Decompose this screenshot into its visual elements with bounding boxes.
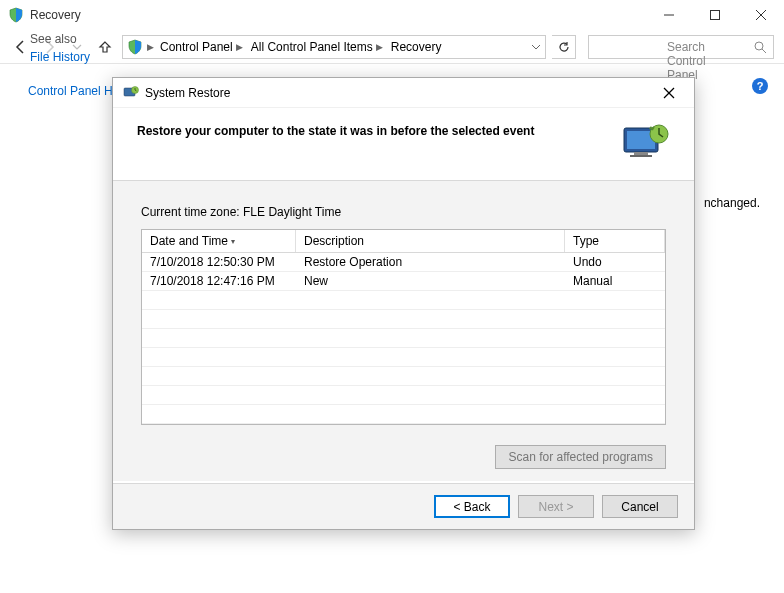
breadcrumb-item[interactable]: Control Panel▶ bbox=[158, 40, 245, 54]
chevron-right-icon[interactable]: ▶ bbox=[147, 42, 154, 52]
column-header-type[interactable]: Type bbox=[565, 230, 665, 252]
refresh-button[interactable] bbox=[552, 35, 576, 59]
window-titlebar: Recovery bbox=[0, 0, 784, 30]
breadcrumb-item[interactable]: Recovery bbox=[389, 40, 444, 54]
table-header-row: Date and Time▾ Description Type bbox=[142, 230, 665, 253]
cell-date: 7/10/2018 12:50:30 PM bbox=[142, 253, 296, 271]
maximize-button[interactable] bbox=[692, 0, 738, 30]
address-bar[interactable]: ▶ Control Panel▶ All Control Panel Items… bbox=[122, 35, 546, 59]
table-row[interactable]: 7/10/2018 12:47:16 PM New Manual bbox=[142, 272, 665, 291]
location-shield-icon bbox=[127, 39, 143, 55]
nav-toolbar: ▶ Control Panel▶ All Control Panel Items… bbox=[0, 30, 784, 64]
next-button[interactable]: Next > bbox=[518, 495, 594, 518]
table-row bbox=[142, 367, 665, 386]
search-input[interactable]: Search Control Panel bbox=[588, 35, 774, 59]
svg-rect-12 bbox=[634, 152, 648, 155]
see-also-heading: See also bbox=[30, 32, 77, 46]
svg-point-4 bbox=[755, 42, 763, 50]
svg-line-5 bbox=[762, 49, 766, 53]
column-header-description[interactable]: Description bbox=[296, 230, 565, 252]
up-arrow-icon[interactable] bbox=[94, 36, 116, 58]
dialog-footer: < Back Next > Cancel bbox=[113, 483, 694, 529]
cell-description: Restore Operation bbox=[296, 253, 565, 271]
cell-type: Manual bbox=[565, 272, 665, 290]
back-button[interactable]: < Back bbox=[434, 495, 510, 518]
back-arrow-icon[interactable] bbox=[10, 36, 32, 58]
window-controls bbox=[646, 0, 784, 30]
table-row bbox=[142, 405, 665, 424]
table-row[interactable]: 7/10/2018 12:50:30 PM Restore Operation … bbox=[142, 253, 665, 272]
cell-description: New bbox=[296, 272, 565, 290]
system-restore-dialog: System Restore Restore your computer to … bbox=[112, 77, 695, 530]
svg-rect-13 bbox=[630, 155, 652, 157]
dialog-header: Restore your computer to the state it wa… bbox=[113, 108, 694, 181]
minimize-button[interactable] bbox=[646, 0, 692, 30]
column-header-date[interactable]: Date and Time▾ bbox=[142, 230, 296, 252]
dialog-titlebar: System Restore bbox=[113, 78, 694, 108]
search-placeholder: Search Control Panel bbox=[667, 40, 681, 54]
recovery-shield-icon bbox=[8, 7, 24, 23]
timezone-label: Current time zone: FLE Daylight Time bbox=[141, 205, 666, 219]
obscured-text: nchanged. bbox=[704, 196, 760, 210]
dialog-close-button[interactable] bbox=[654, 81, 684, 105]
file-history-link[interactable]: File History bbox=[30, 50, 90, 64]
sort-descending-icon: ▾ bbox=[231, 237, 235, 246]
cell-date: 7/10/2018 12:47:16 PM bbox=[142, 272, 296, 290]
cell-type: Undo bbox=[565, 253, 665, 271]
breadcrumb-label: Control Panel bbox=[160, 40, 233, 54]
restore-points-table[interactable]: Date and Time▾ Description Type 7/10/201… bbox=[141, 229, 666, 425]
control-panel-home-link[interactable]: Control Panel H bbox=[28, 84, 113, 98]
table-row bbox=[142, 310, 665, 329]
close-button[interactable] bbox=[738, 0, 784, 30]
scan-affected-programs-button[interactable]: Scan for affected programs bbox=[495, 445, 666, 469]
chevron-right-icon[interactable]: ▶ bbox=[376, 42, 383, 52]
help-icon[interactable]: ? bbox=[752, 78, 768, 94]
chevron-down-icon[interactable] bbox=[531, 42, 541, 52]
breadcrumb-label: Recovery bbox=[391, 40, 442, 54]
chevron-right-icon[interactable]: ▶ bbox=[236, 42, 243, 52]
window-title: Recovery bbox=[30, 8, 646, 22]
table-row bbox=[142, 329, 665, 348]
table-row bbox=[142, 291, 665, 310]
dialog-body: Current time zone: FLE Daylight Time Dat… bbox=[113, 181, 694, 481]
breadcrumb-item[interactable]: All Control Panel Items▶ bbox=[249, 40, 385, 54]
system-restore-icon bbox=[123, 85, 139, 101]
breadcrumb-label: All Control Panel Items bbox=[251, 40, 373, 54]
table-row bbox=[142, 386, 665, 405]
cancel-button[interactable]: Cancel bbox=[602, 495, 678, 518]
table-row bbox=[142, 348, 665, 367]
dialog-title: System Restore bbox=[145, 86, 230, 100]
search-icon bbox=[753, 40, 767, 54]
svg-rect-1 bbox=[711, 11, 720, 20]
monitor-clock-icon bbox=[622, 122, 670, 162]
dialog-heading: Restore your computer to the state it wa… bbox=[137, 122, 610, 138]
